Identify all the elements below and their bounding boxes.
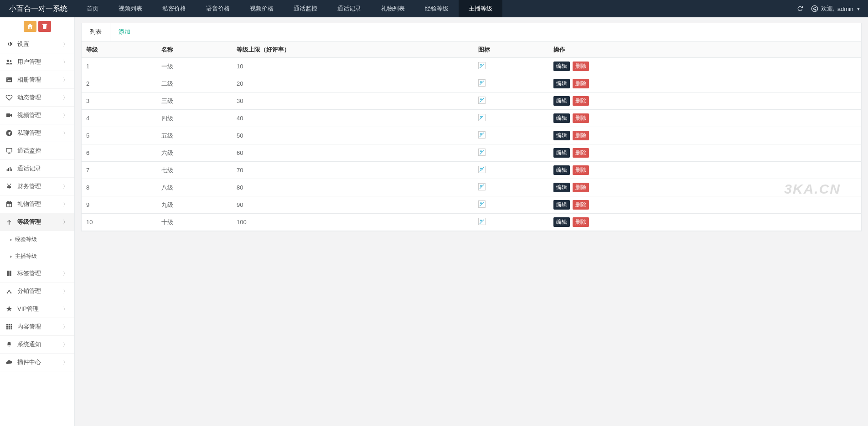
top-nav: 首页视频列表私密价格语音价格视频价格通话监控通话记录礼物列表经验等级主播等级 — [77, 0, 502, 17]
sidebar-subitem[interactable]: 经验等级 — [0, 231, 74, 248]
sidebar-submenu: 经验等级主播等级 — [0, 231, 74, 265]
delete-button[interactable]: 删除 — [573, 200, 589, 210]
edit-button[interactable]: 编辑 — [553, 200, 570, 210]
top-nav-item[interactable]: 语音价格 — [196, 0, 240, 17]
top-nav-item[interactable]: 视频列表 — [108, 0, 152, 17]
sidebar-item[interactable]: 分销管理〉 — [0, 282, 74, 300]
sidebar-item[interactable]: VIP管理〉 — [0, 300, 74, 318]
edit-button[interactable]: 编辑 — [553, 131, 570, 140]
delete-button[interactable]: 删除 — [573, 165, 589, 175]
top-nav-item[interactable]: 视频价格 — [240, 0, 284, 17]
sidebar-item[interactable]: 用户管理〉 — [0, 53, 74, 71]
sidebar-item-label: 视频管理 — [17, 111, 63, 119]
top-nav-item[interactable]: 主播等级 — [459, 0, 502, 17]
top-nav-item[interactable]: 首页 — [77, 0, 108, 17]
refresh-button[interactable] — [796, 5, 804, 12]
users-icon — [5, 58, 13, 66]
top-nav-item[interactable]: 通话记录 — [327, 0, 371, 17]
chevron-right-icon: 〉 — [63, 323, 68, 330]
top-nav-item[interactable]: 私密价格 — [152, 0, 196, 17]
sidebar-item-label: 等级管理 — [17, 218, 63, 226]
edit-button[interactable]: 编辑 — [553, 79, 570, 88]
table-row: 5 五级 50 编辑 删除 — [82, 127, 861, 144]
chevron-right-icon: 〉 — [63, 77, 68, 83]
tab-list[interactable]: 列表 — [82, 23, 110, 41]
heart-icon — [5, 94, 13, 101]
side-menu: 设置〉用户管理〉相册管理〉动态管理〉视频管理〉私聊管理〉通话监控通话记录财务管理… — [0, 36, 74, 371]
tab-add[interactable]: 添加 — [110, 23, 139, 41]
broken-image-icon — [478, 149, 486, 156]
broken-image-icon — [478, 114, 486, 121]
sidebar-item-label: 插件中心 — [17, 358, 63, 366]
chevron-right-icon: 〉 — [63, 112, 68, 119]
edit-button[interactable]: 编辑 — [553, 113, 570, 123]
svg-rect-24 — [10, 326, 12, 328]
sidebar-item[interactable]: 通话记录 — [0, 160, 74, 178]
edit-button[interactable]: 编辑 — [553, 217, 570, 227]
broken-image-icon — [478, 183, 486, 190]
sidebar-item[interactable]: 通话监控 — [0, 142, 74, 160]
edit-button[interactable]: 编辑 — [553, 183, 570, 192]
sidebar-top-buttons — [0, 17, 74, 36]
svg-point-5 — [10, 60, 11, 62]
svg-rect-23 — [9, 326, 10, 328]
sidebar-item[interactable]: 标签管理〉 — [0, 265, 74, 282]
delete-button[interactable]: 删除 — [573, 217, 589, 227]
user-menu[interactable]: 欢迎, admin ▼ — [811, 5, 861, 13]
delete-button[interactable]: 删除 — [573, 131, 589, 140]
delete-button[interactable]: 删除 — [573, 96, 589, 106]
svg-rect-14 — [11, 169, 12, 171]
cell-level: 9 — [82, 196, 157, 214]
level-icon — [5, 218, 13, 226]
cell-action: 编辑 删除 — [549, 162, 861, 179]
delete-button[interactable]: 删除 — [573, 148, 589, 158]
sidebar-subitem[interactable]: 主播等级 — [0, 248, 74, 265]
edit-button[interactable]: 编辑 — [553, 148, 570, 158]
cell-name: 四级 — [157, 110, 232, 127]
sidebar-item[interactable]: 动态管理〉 — [0, 89, 74, 107]
delete-button[interactable]: 删除 — [573, 62, 589, 71]
sidebar-item[interactable]: 系统通知〉 — [0, 336, 74, 354]
sidebar-item[interactable]: 财务管理〉 — [0, 178, 74, 195]
delete-button[interactable]: 删除 — [573, 183, 589, 192]
top-nav-item[interactable]: 经验等级 — [415, 0, 459, 17]
cell-limit: 10 — [232, 58, 474, 75]
sidebar-item[interactable]: 等级管理〉 — [0, 213, 74, 231]
chevron-right-icon: 〉 — [63, 359, 68, 366]
broken-image-icon — [478, 79, 486, 87]
top-nav-item[interactable]: 礼物列表 — [371, 0, 415, 17]
share-icon — [811, 5, 818, 12]
top-nav-item[interactable]: 通话监控 — [284, 0, 327, 17]
sidebar-item[interactable]: 相册管理〉 — [0, 71, 74, 89]
tabs: 列表 添加 — [82, 23, 861, 42]
sidebar-item[interactable]: 礼物管理〉 — [0, 195, 74, 213]
svg-rect-10 — [6, 149, 12, 152]
cell-icon — [474, 75, 549, 92]
edit-button[interactable]: 编辑 — [553, 96, 570, 106]
cell-level: 2 — [82, 75, 157, 92]
sidebar-item[interactable]: 私聊管理〉 — [0, 124, 74, 142]
svg-point-4 — [7, 60, 9, 62]
home-button[interactable] — [24, 21, 36, 32]
cell-level: 6 — [82, 144, 157, 162]
trash-button[interactable] — [38, 21, 51, 32]
sidebar-item[interactable]: 内容管理〉 — [0, 318, 74, 336]
cell-limit: 70 — [232, 162, 474, 179]
share-icon — [5, 287, 13, 295]
sidebar-item[interactable]: 设置〉 — [0, 36, 74, 53]
delete-button[interactable]: 删除 — [573, 113, 589, 123]
sidebar-item[interactable]: 视频管理〉 — [0, 107, 74, 124]
chevron-right-icon: 〉 — [63, 94, 68, 101]
delete-button[interactable]: 删除 — [573, 79, 589, 88]
cell-icon — [474, 196, 549, 214]
broken-image-icon — [478, 97, 486, 104]
edit-button[interactable]: 编辑 — [553, 62, 570, 71]
cell-name: 九级 — [157, 196, 232, 214]
sidebar-item[interactable]: 插件中心〉 — [0, 354, 74, 371]
sidebar-item-label: 设置 — [17, 40, 63, 48]
cell-action: 编辑 删除 — [549, 196, 861, 214]
svg-rect-13 — [10, 167, 10, 171]
cell-limit: 20 — [232, 75, 474, 92]
chevron-right-icon: 〉 — [63, 288, 68, 295]
edit-button[interactable]: 编辑 — [553, 165, 570, 175]
